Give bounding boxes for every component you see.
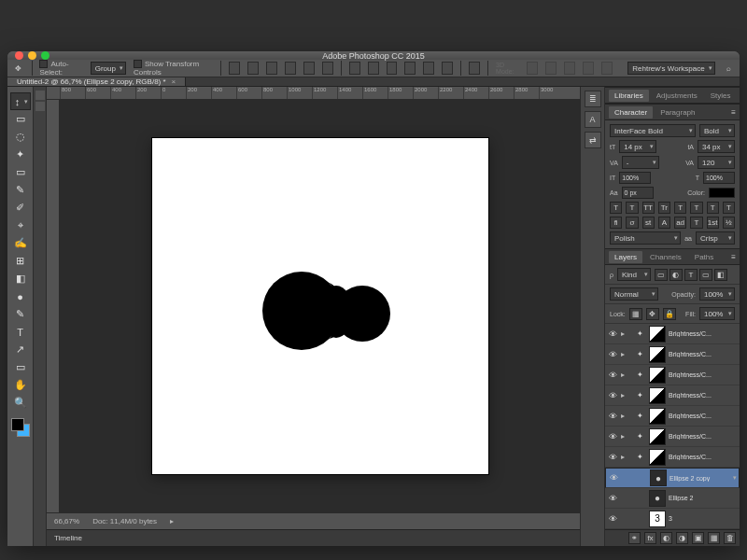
group-button[interactable]: ▣ bbox=[692, 532, 704, 544]
opentype-toggle[interactable]: A bbox=[658, 217, 670, 229]
opentype-toggle[interactable]: fi bbox=[610, 217, 622, 229]
type-style-toggle[interactable]: T bbox=[674, 202, 686, 214]
layer-name[interactable]: Brightness/C... bbox=[669, 454, 738, 460]
layer-row[interactable]: 👁▸✦Brightness/C... bbox=[605, 365, 740, 385]
tool-button[interactable]: ↗ bbox=[10, 341, 31, 358]
baseline-input[interactable]: 0 px bbox=[622, 187, 654, 199]
zoom-level[interactable]: 66,67% bbox=[54, 517, 79, 525]
foreground-color-swatch[interactable] bbox=[11, 418, 24, 431]
fill-input[interactable]: 100% bbox=[699, 307, 735, 320]
visibility-toggle[interactable]: 👁 bbox=[607, 513, 618, 525]
tab-character[interactable]: Character bbox=[609, 106, 653, 119]
layer-filter-button[interactable]: ◐ bbox=[669, 269, 683, 281]
tool-button[interactable]: ▭ bbox=[10, 110, 31, 128]
layer-filter-button[interactable]: T bbox=[684, 269, 698, 281]
layer-row[interactable]: 👁▸✦Brightness/C... bbox=[605, 447, 740, 468]
document-tab[interactable]: Untitled-2 @ 66,7% (Ellipse 2 copy, RGB/… bbox=[7, 77, 186, 86]
layer-row[interactable]: 👁●Ellipse 2 bbox=[605, 488, 740, 509]
new-layer-button[interactable]: ▦ bbox=[708, 532, 720, 544]
auto-align-icon[interactable] bbox=[469, 62, 480, 75]
search-icon[interactable]: ⌕ bbox=[723, 62, 734, 75]
tab-layers[interactable]: Layers bbox=[609, 251, 642, 263]
layer-thumbnail[interactable] bbox=[649, 367, 666, 384]
tool-button[interactable]: ✎ bbox=[10, 181, 31, 199]
layer-name[interactable]: Brightness/C... bbox=[669, 392, 738, 399]
font-style-select[interactable]: Bold bbox=[699, 124, 735, 137]
layer-filter-button[interactable]: ▭ bbox=[655, 269, 668, 281]
chevron-icon[interactable]: ▸ bbox=[621, 453, 630, 461]
align-icon[interactable] bbox=[247, 62, 259, 75]
tool-button[interactable]: 🔍 bbox=[10, 394, 31, 412]
layer-mask-button[interactable]: ◐ bbox=[660, 532, 672, 544]
tool-button[interactable]: ✐ bbox=[10, 199, 31, 217]
tool-button[interactable]: ↕ bbox=[10, 92, 31, 110]
layer-thumbnail[interactable] bbox=[649, 346, 666, 363]
document-canvas[interactable]: ▷ bbox=[152, 138, 488, 474]
align-icon[interactable] bbox=[322, 62, 333, 75]
layer-row[interactable]: 👁●Ellipse 2 copy bbox=[605, 468, 740, 488]
tool-button[interactable]: ✋ bbox=[10, 376, 31, 394]
antialias-select[interactable]: Crisp bbox=[696, 231, 735, 245]
auto-select-mode-select[interactable]: Group bbox=[91, 62, 126, 75]
type-style-toggle[interactable]: T bbox=[610, 202, 622, 214]
visibility-toggle[interactable]: 👁 bbox=[607, 431, 618, 442]
tab-libraries[interactable]: Libraries bbox=[609, 90, 649, 102]
tab-adjustments[interactable]: Adjustments bbox=[651, 90, 703, 102]
tab-channels[interactable]: Channels bbox=[644, 251, 687, 263]
close-tab-icon[interactable]: × bbox=[172, 77, 176, 86]
align-icon[interactable] bbox=[229, 62, 240, 75]
workspace-select[interactable]: Rehtrew's Workspace bbox=[627, 62, 715, 75]
visibility-toggle[interactable]: 👁 bbox=[607, 370, 618, 381]
layer-name[interactable]: Brightness/C... bbox=[669, 413, 738, 419]
tab-paragraph[interactable]: Paragraph bbox=[655, 106, 700, 119]
hscale-input[interactable]: 100% bbox=[703, 172, 735, 184]
distribute-icon[interactable] bbox=[349, 62, 360, 75]
visibility-toggle[interactable]: 👁 bbox=[607, 452, 618, 463]
vscale-input[interactable]: 100% bbox=[619, 172, 651, 184]
distribute-icon[interactable] bbox=[423, 62, 434, 75]
layer-name[interactable]: Ellipse 2 copy bbox=[669, 475, 737, 482]
layer-thumbnail[interactable] bbox=[649, 408, 666, 425]
opentype-toggle[interactable]: 1st bbox=[707, 217, 719, 229]
type-style-toggle[interactable]: TT bbox=[642, 202, 655, 214]
font-family-select[interactable]: InterFace Bold bbox=[610, 124, 696, 137]
layer-filter-select[interactable]: Kind bbox=[617, 268, 651, 281]
layer-thumbnail[interactable] bbox=[649, 449, 666, 466]
tool-button[interactable]: ▭ bbox=[10, 163, 31, 181]
distribute-icon[interactable] bbox=[387, 62, 398, 75]
layer-name[interactable]: Brightness/C... bbox=[669, 351, 738, 357]
opentype-toggle[interactable]: σ bbox=[626, 217, 638, 229]
language-select[interactable]: Polish bbox=[610, 231, 681, 245]
layer-filter-button[interactable]: ◧ bbox=[714, 269, 727, 281]
show-transform-checkbox[interactable]: Show Transform Controls bbox=[134, 60, 213, 77]
leading-input[interactable]: 34 px bbox=[698, 140, 735, 153]
opentype-toggle[interactable]: ad bbox=[674, 217, 686, 229]
tool-button[interactable]: ◧ bbox=[10, 270, 31, 287]
lock-all-button[interactable]: 🔒 bbox=[663, 308, 676, 320]
layer-thumbnail[interactable] bbox=[649, 428, 666, 445]
chevron-icon[interactable]: ▸ bbox=[621, 371, 630, 379]
tool-button[interactable]: T bbox=[10, 323, 31, 341]
tool-button[interactable]: ✍ bbox=[10, 234, 31, 252]
tool-button[interactable]: ✦ bbox=[10, 146, 31, 163]
chevron-icon[interactable]: ▸ bbox=[621, 412, 630, 420]
chevron-icon[interactable]: ▸ bbox=[621, 329, 630, 338]
blend-mode-select[interactable]: Normal bbox=[610, 287, 658, 301]
visibility-toggle[interactable]: 👁 bbox=[607, 349, 618, 360]
lock-position-button[interactable]: ✥ bbox=[646, 308, 659, 320]
align-icon[interactable] bbox=[266, 62, 277, 75]
layer-name[interactable]: Brightness/C... bbox=[669, 330, 738, 337]
distribute-icon[interactable] bbox=[404, 62, 416, 75]
visibility-toggle[interactable]: 👁 bbox=[607, 390, 618, 401]
type-style-toggle[interactable]: Tr bbox=[658, 202, 670, 214]
tool-button[interactable]: ⌖ bbox=[10, 217, 31, 234]
align-icon[interactable] bbox=[285, 62, 296, 75]
viewport[interactable]: ▷ bbox=[60, 100, 580, 512]
text-color-swatch[interactable] bbox=[709, 188, 735, 198]
layer-row[interactable]: 👁▸✦Brightness/C... bbox=[605, 344, 740, 365]
visibility-toggle[interactable]: 👁 bbox=[607, 411, 618, 422]
collapsed-panel-strip[interactable] bbox=[34, 87, 47, 546]
auto-select-checkbox[interactable]: Auto-Select: bbox=[39, 60, 82, 77]
opentype-toggle[interactable]: st bbox=[642, 217, 655, 229]
layer-name[interactable]: Brightness/C... bbox=[669, 433, 738, 440]
